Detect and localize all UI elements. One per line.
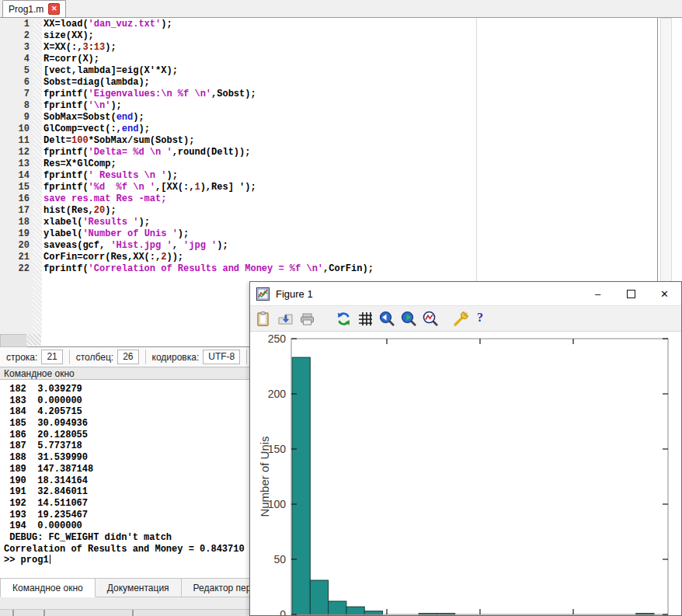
octave-ide: Prog1.m ✕ 1XX=load('dan_vuz.txt');2size(… [0,0,682,616]
code-text: ylabel('Number of Unis '); [30,228,189,240]
code-token: R=corr(X); [43,54,99,64]
code-line[interactable]: 6Sobst=diag(lambda); [0,77,657,89]
status-value: UTF-8 [203,350,240,364]
code-line[interactable]: 8fprintf('\n'); [0,100,657,112]
code-line[interactable]: 21CorFin=corr(Res,XX(:,2)); [0,252,657,263]
grid-icon[interactable] [357,311,374,327]
code-line[interactable]: 17hist(Res,20); [0,205,657,217]
code-token: 'Hist.jpg ' [110,240,172,251]
print-icon[interactable] [299,311,315,327]
code-token: [vect,lambda]=eig(X'*X); [43,65,178,76]
status-label: строка: [6,352,37,363]
code-line[interactable]: 5[vect,lambda]=eig(X'*X); [0,65,657,77]
code-line[interactable]: 10GlComp=vect(:,end); [0,124,657,135]
code-text: fprintf('Correlation of Results and Mone… [30,263,374,275]
code-text: Res=X*GlComp; [30,158,117,170]
code-token: 100 [71,135,89,146]
line-number: 2 [0,30,30,42]
editor-tab-label: Prog1.m [9,4,43,15]
code-line[interactable]: 3X=XX(:,3:13); [0,42,657,54]
code-token: end [122,124,139,134]
help-icon[interactable]: ? [475,311,485,327]
code-token: ); [105,205,116,216]
line-number: 1 [0,19,30,30]
copy-clipboard-icon[interactable] [256,311,272,327]
y-tick-label: 50 [273,553,286,566]
code-line[interactable]: 13Res=X*GlComp; [0,158,657,170]
maximize-icon [627,290,635,298]
code-line[interactable]: 7fprintf('Eigenvalues:\n %f \n',Sobst); [0,89,657,100]
code-token: Delt= [43,135,71,146]
code-token: end [117,112,134,123]
scrollbar-track[interactable] [26,334,41,346]
line-number: 4 [0,54,30,65]
code-text: fprintf('Delta= %d \n ',round(Delt)); [30,147,250,158]
code-token: X=XX(:, [43,42,82,53]
y-tick-label: 250 [268,332,287,345]
code-token: ),Res] '); [200,182,256,193]
tab-close-icon[interactable]: ✕ [48,3,60,15]
code-token: ); [178,228,189,239]
histogram-bar [364,611,382,614]
panel-tab[interactable]: Командное окно [0,578,96,597]
code-line[interactable]: 20saveas(gcf, 'Hist.jpg ', 'jpg '); [0,240,657,252]
editor-tab-prog1[interactable]: Prog1.m ✕ [2,0,66,17]
code-text: CorFin=corr(Res,XX(:,2)); [30,252,183,263]
code-token: , [172,240,183,251]
status-field: строка:21 [0,350,69,364]
code-text: Delt=100*SobMax/sum(Sobst); [30,135,194,147]
line-number: 11 [0,135,30,147]
code-text: saveas(gcf, 'Hist.jpg ', 'jpg '); [30,240,228,252]
save-figure-icon[interactable] [277,311,294,327]
code-line[interactable]: 11Delt=100*SobMax/sum(Sobst); [0,135,657,147]
code-token: ,[XX(:, [155,182,194,193]
code-token: xlabel( [43,217,82,228]
line-number: 19 [0,228,30,240]
code-line[interactable]: 18xlabel('Results '); [0,217,657,228]
maximize-button[interactable] [614,282,648,305]
code-token: ); [138,124,149,134]
refresh-icon[interactable] [336,311,352,327]
code-line[interactable]: 12fprintf('Delta= %d \n ',round(Delt)); [0,147,657,158]
code-token: hist(Res, [43,205,94,216]
code-line[interactable]: 2size(XX); [0,30,657,42]
y-tick-label: 200 [268,388,287,400]
code-line[interactable]: 9SobMax=Sobst(end); [0,112,657,124]
code-line[interactable]: 4R=corr(X); [0,54,657,65]
code-token: GlComp=vect(:, [43,124,122,134]
code-token: '%d %f \n ' [89,182,155,193]
code-line[interactable]: 19ylabel('Number of Unis '); [0,228,657,240]
zoom-out-icon[interactable] [379,311,395,327]
line-number: 22 [0,263,30,275]
code-token: fprintf( [43,170,89,181]
status-label: кодировка: [152,352,200,363]
code-token: fprintf( [43,263,89,274]
code-token: 'jpg ' [183,240,217,251]
code-token: 1 [194,182,200,193]
line-number: 14 [0,170,30,182]
code-line[interactable]: 1XX=load('dan_vuz.txt'); [0,19,657,30]
code-text: GlComp=vect(:,end); [30,124,150,135]
figure-title-bar[interactable]: Figure 1 – ✕ [250,282,681,306]
figure-toolbar: ? [250,306,681,332]
zoom-in-icon[interactable] [401,311,417,327]
histogram-bar [310,580,328,614]
code-line[interactable]: 15fprintf('%d %f \n ',[XX(:,1),Res] '); [0,182,657,193]
minimize-button[interactable]: – [581,282,614,305]
code-line[interactable]: 14fprintf(' Results \n '); [0,170,657,182]
tools-wrench-icon[interactable] [453,311,469,327]
scrollbar-thumb[interactable] [0,334,28,347]
code-text: size(XX); [30,30,94,42]
close-button[interactable]: ✕ [648,282,681,305]
code-token: ,Sobst); [211,89,256,99]
y-axis-label: Number of Unis [258,436,271,517]
code-token: 13 [94,42,105,53]
code-line[interactable]: 16save res.mat Res -mat; [0,193,657,205]
autoscale-icon[interactable] [423,311,439,327]
line-number: 17 [0,205,30,217]
code-line[interactable]: 22fprintf('Correlation of Results and Mo… [0,263,657,275]
panel-tab[interactable]: Документация [96,578,182,597]
histogram-bar [346,607,364,614]
code-text: [vect,lambda]=eig(X'*X); [30,65,178,77]
line-number: 3 [0,42,30,54]
